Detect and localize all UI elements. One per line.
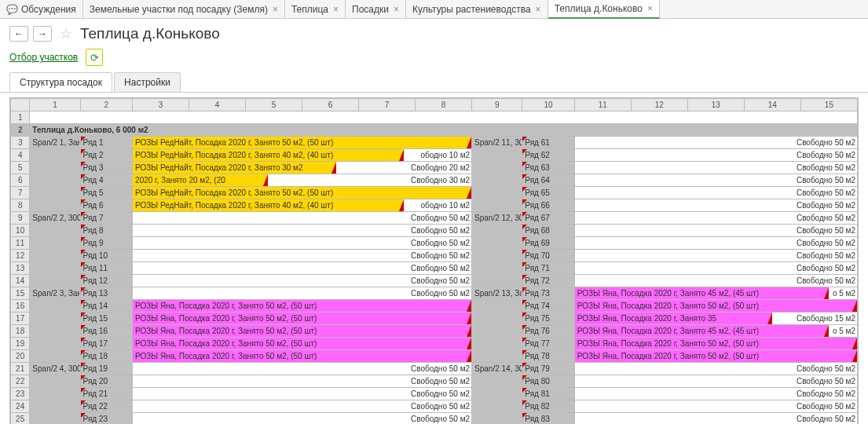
data-cell[interactable]: Свободно 50 м2: [574, 212, 857, 225]
column-header[interactable]: 1: [30, 99, 80, 111]
tab[interactable]: Земельные участки под посадку (Земля)×: [83, 0, 285, 19]
planting-bar[interactable]: 2020 г, Занято 20 м2, (20: [133, 174, 268, 186]
row-label[interactable]: Ряд 78: [522, 350, 574, 363]
data-cell[interactable]: РОЗЫ Яна, Посадка 2020 г, Занято 50 м2, …: [133, 338, 472, 350]
data-cell[interactable]: РОЗЫ Яна, Посадка 2020 г, Занято 50 м2, …: [574, 350, 857, 363]
row-label[interactable]: Ряд 9: [80, 237, 132, 250]
data-cell[interactable]: Свободно 50 м2: [133, 275, 472, 287]
tab[interactable]: Теплица×: [285, 0, 346, 19]
row-label[interactable]: Ряд 70: [522, 250, 574, 262]
row-label[interactable]: Ряд 79: [522, 363, 574, 375]
row-label[interactable]: Ряд 12: [80, 275, 132, 287]
row-label[interactable]: Ряд 3: [80, 162, 132, 174]
column-header[interactable]: 8: [416, 99, 472, 111]
close-icon[interactable]: ×: [273, 4, 278, 15]
close-icon[interactable]: ×: [647, 3, 653, 14]
data-cell[interactable]: Свободно 50 м2: [574, 162, 857, 174]
data-cell[interactable]: РОЗЫ РедНайт, Посадка 2020 г, Занято 40 …: [133, 199, 472, 212]
data-cell[interactable]: Свободно 50 м2: [133, 237, 472, 250]
row-label[interactable]: Ряд 71: [522, 262, 574, 275]
data-cell[interactable]: Свободно 50 м2: [574, 187, 857, 199]
column-header[interactable]: 11: [574, 99, 631, 111]
data-cell[interactable]: Свободно 50 м2: [574, 275, 857, 287]
row-label[interactable]: Ряд 8: [80, 225, 132, 237]
column-header[interactable]: 10: [522, 99, 574, 111]
row-label[interactable]: Ряд 18: [80, 350, 132, 363]
row-label[interactable]: Ряд 22: [80, 400, 132, 413]
data-cell[interactable]: РОЗЫ Яна, Посадка 2020 г, Занято 45 м2, …: [574, 325, 857, 338]
row-label[interactable]: Ряд 64: [522, 174, 574, 187]
row-label[interactable]: Ряд 11: [80, 262, 132, 275]
row-label[interactable]: Ряд 75: [522, 313, 574, 325]
back-button[interactable]: ←: [9, 26, 28, 42]
column-header[interactable]: 15: [800, 99, 857, 111]
data-cell[interactable]: РОЗЫ Яна, Посадка 2020 г, Занято 50 м2, …: [574, 338, 857, 350]
planting-bar[interactable]: РОЗЫ Яна, Посадка 2020 г, Занято 50 м2, …: [575, 338, 857, 349]
column-header[interactable]: 3: [133, 99, 189, 111]
data-cell[interactable]: Свободно 50 м2: [574, 375, 857, 388]
row-label[interactable]: Ряд 68: [522, 225, 574, 237]
data-cell[interactable]: Свободно 50 м2: [133, 413, 472, 425]
data-cell[interactable]: Свободно 50 м2: [574, 400, 857, 413]
row-label[interactable]: Ряд 67: [522, 212, 574, 225]
filter-link[interactable]: Отбор участков: [9, 52, 78, 63]
column-header[interactable]: 13: [687, 99, 744, 111]
span-cell[interactable]: Span/2 3, Занято 250 м2, (250 шт): [30, 287, 80, 363]
row-label[interactable]: Ряд 15: [80, 313, 132, 325]
planting-bar[interactable]: РОЗЫ Яна, Посадка 2020 г, Занято 45 м2, …: [575, 287, 829, 299]
data-cell[interactable]: Свободно 50 м2: [574, 262, 857, 275]
data-cell[interactable]: Свободно 50 м2: [133, 225, 472, 237]
row-label[interactable]: Ряд 13: [80, 287, 132, 300]
row-label[interactable]: Ряд 80: [522, 375, 574, 388]
row-label[interactable]: Ряд 62: [522, 149, 574, 162]
planting-bar[interactable]: РОЗЫ Яна, Посадка 2020 г, Занято 50 м2, …: [133, 313, 471, 324]
row-label[interactable]: Ряд 4: [80, 174, 132, 187]
data-cell[interactable]: Свободно 50 м2: [133, 262, 472, 275]
planting-bar[interactable]: РОЗЫ РедНайт, Посадка 2020 г, Занято 50 …: [133, 187, 471, 199]
tab[interactable]: Культуры растениеводства×: [406, 0, 548, 19]
span-cell[interactable]: Span/2 12, 300 м2: [472, 212, 522, 287]
span-cell[interactable]: Span/2 13, Занято 270 м2, (270 шт): [472, 287, 522, 363]
column-header[interactable]: 2: [80, 99, 132, 111]
planting-bar[interactable]: РОЗЫ Яна, Посадка 2020 г, Занято 50 м2, …: [575, 350, 857, 362]
data-cell[interactable]: Свободно 50 м2: [133, 375, 472, 388]
close-icon[interactable]: ×: [536, 4, 541, 15]
data-cell[interactable]: Свободно 50 м2: [574, 137, 857, 149]
data-cell[interactable]: РОЗЫ Яна, Посадка 2020 г, Занято 50 м2, …: [574, 300, 857, 313]
planting-bar[interactable]: РОЗЫ Яна, Посадка 2020 г, Занято 45 м2, …: [575, 325, 829, 337]
span-cell[interactable]: Span/2 2, 300 м2: [30, 212, 80, 287]
planting-bar[interactable]: РОЗЫ Яна, Посадка 2020 г, Занято 50 м2, …: [133, 325, 471, 337]
column-header[interactable]: 6: [302, 99, 359, 111]
refresh-button[interactable]: ⟳: [86, 49, 103, 66]
data-cell[interactable]: Свободно 50 м2: [574, 388, 857, 400]
data-cell[interactable]: РОЗЫ РедНайт, Посадка 2020 г, Занято 30 …: [133, 162, 472, 174]
data-cell[interactable]: РОЗЫ РедНайт, Посадка 2020 г, Занято 50 …: [133, 187, 472, 199]
row-label[interactable]: Ряд 16: [80, 325, 132, 338]
column-header[interactable]: 9: [472, 99, 522, 111]
data-cell[interactable]: Свободно 50 м2: [574, 225, 857, 237]
span-cell[interactable]: Span/2 11, 300 м2: [472, 137, 522, 212]
row-label[interactable]: Ряд 17: [80, 338, 132, 350]
star-icon[interactable]: ☆: [60, 25, 72, 42]
row-label[interactable]: Ряд 74: [522, 300, 574, 313]
column-header[interactable]: 5: [246, 99, 302, 111]
row-label[interactable]: Ряд 82: [522, 400, 574, 413]
data-cell[interactable]: Свободно 50 м2: [133, 250, 472, 262]
data-cell[interactable]: РОЗЫ Яна, Посадка 2020 г, Занято 50 м2, …: [133, 313, 472, 325]
data-cell[interactable]: 2020 г, Занято 20 м2, (20Свободно 30 м2: [133, 174, 472, 187]
tab[interactable]: Посадки×: [346, 0, 406, 19]
planting-bar[interactable]: РОЗЫ РедНайт, Посадка 2020 г, Занято 50 …: [133, 137, 471, 148]
row-label[interactable]: Ряд 77: [522, 338, 574, 350]
row-label[interactable]: Ряд 21: [80, 388, 132, 400]
planting-bar[interactable]: РОЗЫ РедНайт, Посадка 2020 г, Занято 30 …: [133, 162, 336, 174]
close-icon[interactable]: ×: [333, 4, 339, 15]
planting-bar[interactable]: РОЗЫ Яна, Посадка 2020 г, Занято 35: [575, 313, 772, 324]
span-cell[interactable]: Span/2 4, 300 м2: [30, 363, 80, 425]
row-label[interactable]: Ряд 83: [522, 413, 574, 425]
close-icon[interactable]: ×: [394, 4, 399, 15]
data-cell[interactable]: Свободно 50 м2: [574, 199, 857, 212]
data-cell[interactable]: РОЗЫ РедНайт, Посадка 2020 г, Занято 50 …: [133, 137, 472, 149]
planting-bar[interactable]: РОЗЫ РедНайт, Посадка 2020 г, Занято 40 …: [133, 149, 404, 161]
row-label[interactable]: Ряд 63: [522, 162, 574, 174]
row-label[interactable]: Ряд 73: [522, 287, 574, 300]
